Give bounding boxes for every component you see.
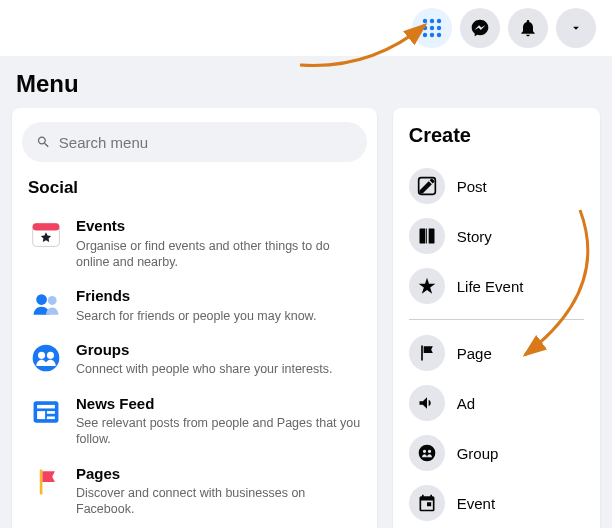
- pages-icon: [28, 464, 64, 500]
- search-input[interactable]: [59, 134, 353, 151]
- svg-point-0: [423, 19, 427, 23]
- svg-rect-20: [47, 416, 55, 419]
- life-event-icon: [409, 268, 445, 304]
- messenger-icon: [470, 18, 490, 38]
- account-dropdown-button[interactable]: [556, 8, 596, 48]
- menu-panel: Social EventsOrganise or find events and…: [12, 108, 377, 528]
- groups-icon: [28, 340, 64, 376]
- svg-rect-19: [47, 411, 55, 414]
- story-icon: [409, 218, 445, 254]
- search-menu[interactable]: [22, 122, 367, 162]
- svg-rect-10: [33, 223, 60, 230]
- svg-point-6: [423, 33, 427, 37]
- create-item-label: Post: [457, 178, 487, 195]
- svg-point-5: [437, 26, 441, 30]
- create-item-ad[interactable]: Ad: [403, 378, 590, 428]
- menu-item-title: Events: [76, 216, 361, 236]
- top-navigation: [0, 0, 612, 56]
- ad-icon: [409, 385, 445, 421]
- menu-item-events[interactable]: EventsOrganise or find events and other …: [22, 208, 367, 278]
- menu-item-desc: Organise or find events and other things…: [76, 238, 361, 271]
- svg-point-1: [430, 19, 434, 23]
- menu-item-title: News Feed: [76, 394, 361, 414]
- menu-item-news-feed[interactable]: News FeedSee relevant posts from people …: [22, 386, 367, 456]
- create-item-label: Ad: [457, 395, 475, 412]
- event-icon: [409, 485, 445, 521]
- section-social-heading: Social: [28, 178, 361, 198]
- svg-rect-17: [37, 404, 55, 408]
- menu-item-desc: Discover and connect with businesses on …: [76, 485, 361, 518]
- svg-point-2: [437, 19, 441, 23]
- create-panel: Create Post Story Life Event Page Ad Gro…: [393, 108, 600, 528]
- menu-item-pages[interactable]: PagesDiscover and connect with businesse…: [22, 456, 367, 526]
- news-feed-icon: [28, 394, 64, 430]
- menu-item-title: Friends: [76, 286, 361, 306]
- grid-icon: [422, 18, 442, 38]
- create-item-label: Event: [457, 495, 495, 512]
- notifications-button[interactable]: [508, 8, 548, 48]
- caret-down-icon: [569, 21, 583, 35]
- svg-point-4: [430, 26, 434, 30]
- post-icon: [409, 168, 445, 204]
- search-icon: [36, 134, 51, 150]
- menu-item-desc: See relevant posts from people and Pages…: [76, 415, 361, 448]
- menu-item-title: Pages: [76, 464, 361, 484]
- menu-item-title: Groups: [76, 340, 361, 360]
- create-item-post[interactable]: Post: [403, 161, 590, 211]
- menu-grid-button[interactable]: [412, 8, 452, 48]
- events-icon: [28, 216, 64, 252]
- page-title: Menu: [0, 56, 612, 108]
- svg-point-7: [430, 33, 434, 37]
- page-icon: [409, 335, 445, 371]
- svg-point-15: [47, 352, 54, 359]
- create-item-label: Life Event: [457, 278, 524, 295]
- create-item-life-event[interactable]: Life Event: [403, 261, 590, 311]
- svg-rect-21: [40, 469, 43, 494]
- svg-point-8: [437, 33, 441, 37]
- svg-point-3: [423, 26, 427, 30]
- svg-rect-18: [37, 411, 45, 419]
- create-item-group[interactable]: Group: [403, 428, 590, 478]
- menu-item-friends[interactable]: FriendsSearch for friends or people you …: [22, 278, 367, 332]
- messenger-button[interactable]: [460, 8, 500, 48]
- create-item-label: Group: [457, 445, 499, 462]
- svg-point-12: [48, 296, 57, 305]
- friends-icon: [28, 286, 64, 322]
- menu-item-desc: Search for friends or people you may kno…: [76, 308, 361, 324]
- create-item-page[interactable]: Page: [403, 328, 590, 378]
- svg-point-14: [38, 352, 45, 359]
- create-item-story[interactable]: Story: [403, 211, 590, 261]
- svg-point-13: [33, 344, 60, 371]
- menu-item-desc: Connect with people who share your inter…: [76, 361, 361, 377]
- svg-point-11: [36, 294, 47, 305]
- group-icon: [409, 435, 445, 471]
- create-item-label: Page: [457, 345, 492, 362]
- create-heading: Create: [409, 124, 584, 147]
- bell-icon: [518, 18, 538, 38]
- menu-item-groups[interactable]: GroupsConnect with people who share your…: [22, 332, 367, 386]
- create-item-event[interactable]: Event: [403, 478, 590, 528]
- create-item-label: Story: [457, 228, 492, 245]
- create-divider: [409, 319, 584, 320]
